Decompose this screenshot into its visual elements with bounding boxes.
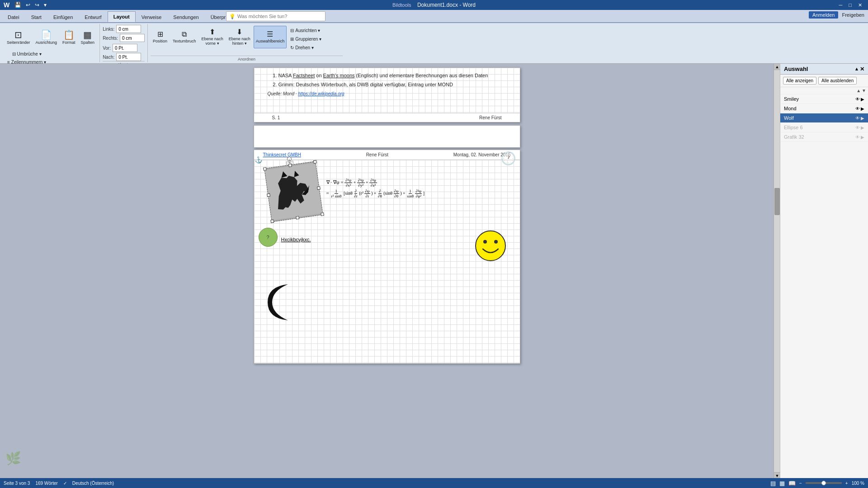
more-icon[interactable]: ▾ bbox=[42, 1, 48, 9]
view-read-icon[interactable]: 📖 bbox=[788, 480, 796, 487]
document-area: NASA Factsheet on Earth's moons (Englisc… bbox=[0, 64, 774, 479]
anmelden-btn[interactable]: Anmelden bbox=[809, 11, 839, 19]
grafik32-visibility-icon[interactable]: 👁 bbox=[855, 135, 860, 140]
ebene-vor-btn[interactable]: ⬆ Ebene nachvorne ▾ bbox=[199, 26, 226, 48]
minimize-btn[interactable]: ─ bbox=[837, 2, 845, 8]
handle-tr[interactable] bbox=[313, 160, 316, 164]
mond-arrow-icon[interactable]: ▶ bbox=[861, 106, 864, 111]
handle-tm[interactable] bbox=[288, 164, 292, 167]
panel-item-wolf[interactable]: Wolf 👁 ▶ bbox=[780, 113, 868, 123]
ausrichtung-btn[interactable]: 📄 Ausrichtung bbox=[33, 25, 60, 50]
titlebar: W 💾 ↩ ↪ ▾ Bildtools Dokument1.docx - Wor… bbox=[0, 0, 868, 10]
panel-scroll-up[interactable]: ▲ ▼ bbox=[780, 87, 868, 94]
panel-expand-btn[interactable]: ▴ bbox=[855, 66, 858, 72]
handle-tl[interactable] bbox=[263, 167, 266, 171]
gruppieren-btn[interactable]: ⊞ Gruppieren ▾ bbox=[288, 35, 324, 43]
ellipse-shape[interactable]: ? bbox=[259, 228, 278, 247]
freigeben-label[interactable]: Freigeben bbox=[842, 12, 864, 18]
scroll-up-btn[interactable]: ▲ bbox=[774, 64, 780, 70]
moon-svg bbox=[263, 280, 299, 325]
tab-einfuegen[interactable]: Einfügen bbox=[47, 11, 79, 22]
handle-mr[interactable] bbox=[317, 186, 321, 190]
spellcheck-icon[interactable]: ✓ bbox=[63, 481, 67, 486]
corner-watermark: 🌿 bbox=[5, 451, 21, 466]
umbrueche-btn[interactable]: ⊟ Umbrüche ▾ bbox=[9, 50, 44, 58]
handle-br[interactable] bbox=[321, 212, 324, 216]
einzug-links-input[interactable] bbox=[116, 25, 141, 33]
status-right: ▤ ▦ 📖 − + 100 % bbox=[770, 480, 864, 487]
show-all-btn[interactable]: Alle anzeigen bbox=[783, 77, 816, 84]
word-count: 169 Wörter bbox=[35, 481, 57, 486]
zoom-out-btn[interactable]: − bbox=[799, 481, 802, 486]
view-layout-icon[interactable]: ▦ bbox=[779, 480, 785, 487]
statusbar: Seite 3 von 3 169 Wörter ✓ Deutsch (Öste… bbox=[0, 478, 868, 488]
save-icon[interactable]: 💾 bbox=[13, 1, 23, 9]
panel-scroll-area[interactable]: ▲ ▼ Smiley 👁 ▶ Mond 👁 ▶ bbox=[780, 87, 868, 479]
drehen-btn[interactable]: ↻ Drehen ▾ bbox=[288, 44, 324, 52]
redo-icon[interactable]: ↪ bbox=[33, 1, 41, 9]
seitenraender-btn[interactable]: ⊡ Seitenränder bbox=[5, 25, 33, 50]
search-input[interactable] bbox=[237, 14, 314, 19]
smiley-visibility-icon[interactable]: 👁 bbox=[855, 97, 860, 102]
ebene-hinter-btn[interactable]: ⬇ Ebene nachhinten ▾ bbox=[226, 26, 253, 48]
svg-point-3 bbox=[494, 240, 498, 244]
einzug-rechts-label: Rechts: bbox=[103, 36, 118, 41]
ellipse6-arrow-icon[interactable]: ▶ bbox=[861, 125, 864, 130]
ausrichten-btn[interactable]: ⊟ Ausrichten ▾ bbox=[288, 27, 324, 34]
language[interactable]: Deutsch (Österreich) bbox=[72, 481, 114, 486]
handle-bm[interactable] bbox=[295, 216, 299, 220]
maximize-btn[interactable]: □ bbox=[846, 2, 854, 8]
mond-visibility-icon[interactable]: 👁 bbox=[855, 106, 860, 111]
wolf-image-container[interactable]: ⚓ ⊤ bbox=[264, 161, 323, 222]
tab-entwurf[interactable]: Entwurf bbox=[79, 11, 107, 22]
zoom-slider[interactable] bbox=[806, 482, 842, 484]
umbrueche-icon: ⊟ bbox=[12, 52, 16, 56]
handle-bl[interactable] bbox=[270, 220, 274, 223]
smiley-face[interactable] bbox=[475, 230, 506, 263]
panel-item-mond[interactable]: Mond 👁 ▶ bbox=[780, 104, 868, 113]
hide-all-btn[interactable]: Alle ausblenden bbox=[818, 77, 857, 84]
wolf-visibility-icon[interactable]: 👁 bbox=[855, 116, 860, 121]
abstand-nach-input[interactable] bbox=[116, 53, 141, 61]
abstand-vor-input[interactable] bbox=[113, 44, 137, 52]
einzug-rechts-input[interactable] bbox=[120, 34, 145, 42]
smiley-arrow-icon[interactable]: ▶ bbox=[861, 97, 864, 102]
position-btn[interactable]: ⊞ Position bbox=[151, 26, 170, 48]
tab-layout[interactable]: Layout bbox=[108, 11, 136, 22]
wolf-arrow-icon[interactable]: ▶ bbox=[861, 116, 864, 121]
scroll-thumb[interactable] bbox=[774, 188, 780, 215]
list-item-2: Grimm: Deutsches Wörterbuch, als DWB dig… bbox=[278, 80, 506, 89]
auswahlbereich-btn[interactable]: ☰ Auswahlbereich bbox=[254, 26, 287, 48]
textumbruch-btn[interactable]: ⧉ Textumbruch bbox=[170, 26, 198, 48]
grafik32-arrow-icon[interactable]: ▶ bbox=[861, 135, 864, 140]
view-normal-icon[interactable]: ▤ bbox=[770, 480, 776, 487]
close-btn[interactable]: ✕ bbox=[856, 2, 864, 8]
format-btn[interactable]: 📋 Format bbox=[60, 25, 78, 50]
auswahl-panel: Auswahl ▴ ✕ Alle anzeigen Alle ausblende… bbox=[780, 64, 868, 479]
handle-ml[interactable] bbox=[267, 193, 270, 197]
header-company[interactable]: Thinksecret GMBH bbox=[263, 152, 301, 157]
tab-sendungen[interactable]: Sendungen bbox=[167, 11, 204, 22]
scroll-down-btn[interactable]: ▼ bbox=[774, 472, 780, 479]
smiley-item-actions: 👁 ▶ bbox=[855, 97, 864, 102]
tab-verweise[interactable]: Verweise bbox=[136, 11, 168, 22]
spalten-btn[interactable]: ▦ Spalten bbox=[79, 25, 97, 50]
panel-item-grafik32[interactable]: Grafik 32 👁 ▶ bbox=[780, 132, 868, 142]
vertical-scrollbar[interactable]: ▲ ▼ bbox=[774, 64, 780, 479]
panel-item-smiley[interactable]: Smiley 👁 ▶ bbox=[780, 94, 868, 104]
ellipse6-visibility-icon[interactable]: 👁 bbox=[855, 125, 860, 130]
tab-datei[interactable]: Datei bbox=[2, 11, 25, 22]
undo-icon[interactable]: ↩ bbox=[24, 1, 32, 9]
moon-shape[interactable] bbox=[263, 280, 299, 326]
panel-item-label-wolf: Wolf bbox=[784, 115, 794, 121]
word-logo-icon: W bbox=[4, 1, 9, 9]
search-bar[interactable]: 💡 bbox=[226, 11, 326, 21]
quick-access-toolbar: 💾 ↩ ↪ ▾ bbox=[13, 1, 48, 9]
panel-close-btn[interactable]: ✕ bbox=[860, 66, 864, 72]
ebene-hinter-icon: ⬇ bbox=[236, 28, 242, 36]
tab-start[interactable]: Start bbox=[25, 11, 47, 22]
zoom-level: 100 % bbox=[852, 481, 864, 486]
zoom-in-btn[interactable]: + bbox=[845, 481, 848, 486]
source-link[interactable]: https://de.wikipedia.org bbox=[298, 91, 344, 96]
panel-item-ellipse6[interactable]: Ellipse 6 👁 ▶ bbox=[780, 123, 868, 132]
